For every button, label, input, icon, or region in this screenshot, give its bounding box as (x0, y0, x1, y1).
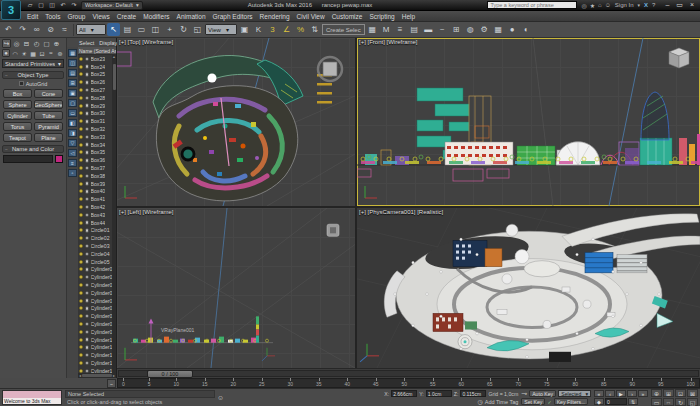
select-and-scale-icon[interactable]: ◱ (191, 23, 204, 36)
select-and-link-icon[interactable]: ∞ (30, 23, 43, 36)
visibility-bulb-icon[interactable] (79, 244, 83, 248)
create-tab-icon[interactable]: ↪ (2, 39, 11, 48)
left-viewport-canvas[interactable]: VRayPlane001 (117, 208, 355, 368)
user-icon[interactable]: ☺ (605, 2, 611, 9)
geometry-category-icon[interactable]: ● (2, 49, 10, 57)
scene-explorer-row[interactable]: Box24 (78, 63, 112, 71)
key-filters-button[interactable]: Key Filters... (554, 398, 589, 405)
visibility-bulb-icon[interactable] (79, 228, 83, 232)
current-frame-field[interactable]: 0 (605, 398, 627, 405)
explorer-select-all-icon[interactable]: ▦ (68, 49, 77, 57)
key-mode-dropdown[interactable]: Selected ▾ (558, 390, 591, 397)
material-editor-icon[interactable]: ◍ (464, 23, 477, 36)
lights-category-icon[interactable]: ☀ (20, 49, 28, 57)
scene-explorer-row[interactable]: Circle01 (78, 227, 112, 235)
curve-editor-icon[interactable]: ~ (436, 23, 449, 36)
visibility-bulb-icon[interactable] (79, 72, 83, 76)
zoom-icon[interactable]: ⊕ (651, 389, 662, 397)
scene-explorer-row[interactable]: Box23 (78, 55, 112, 63)
auto-key-button[interactable]: Auto Key (529, 390, 556, 397)
visibility-bulb-icon[interactable] (79, 275, 83, 279)
select-and-rotate-icon[interactable]: ↻ (177, 23, 190, 36)
primitive-button[interactable]: Sphere (3, 100, 32, 109)
z-coordinate-field[interactable]: 0,115cm (460, 390, 486, 397)
angle-snap-icon[interactable]: ∠ (280, 23, 293, 36)
visibility-bulb-icon[interactable] (79, 260, 83, 264)
visibility-bulb-icon[interactable] (79, 135, 83, 139)
undo-icon[interactable]: ↶ (2, 23, 15, 36)
autogrid-checkbox[interactable] (19, 81, 24, 86)
systems-category-icon[interactable]: ⊚ (56, 49, 64, 57)
visibility-bulb-icon[interactable] (79, 322, 83, 326)
viewport-top[interactable]: [+] [Top] [Wireframe] (117, 38, 355, 206)
zoom-extents-icon[interactable]: ⊡ (675, 389, 686, 397)
visibility-bulb-icon[interactable] (79, 338, 83, 342)
scene-explorer-row[interactable]: Cylinder13 (78, 359, 112, 367)
visibility-bulb-icon[interactable] (79, 174, 83, 178)
go-to-end-icon[interactable]: » (638, 390, 648, 397)
object-color-swatch[interactable] (55, 155, 63, 163)
scene-explorer-row[interactable]: Cylinder05 (78, 297, 112, 305)
edit-named-sets-icon[interactable]: ▦ (366, 23, 379, 36)
key-mode-toggle-icon[interactable]: ◆ (594, 398, 604, 405)
primitive-button[interactable]: Torus (3, 122, 32, 131)
scene-explorer-row[interactable]: Circle03 (78, 242, 112, 250)
play-icon[interactable]: ▶ (616, 390, 626, 397)
new-scene-icon[interactable]: ▱ (26, 1, 34, 9)
viewport-top-label[interactable]: [+] [Top] [Wireframe] (119, 39, 173, 45)
search-submit-icon[interactable]: ◎ (581, 2, 586, 9)
visibility-bulb-icon[interactable] (79, 306, 83, 310)
top-viewport-canvas[interactable] (117, 38, 355, 206)
spinner-snap-icon[interactable]: ⇅ (308, 23, 321, 36)
scene-explorer-row[interactable]: Box38 (78, 172, 112, 180)
previous-frame-icon[interactable]: ‹ (605, 390, 615, 397)
primitive-button[interactable]: Pyramid (34, 122, 63, 131)
visibility-bulb-icon[interactable] (79, 88, 83, 92)
viewport-front[interactable]: [+] [Front] [Wireframe] (357, 38, 700, 206)
search-input[interactable] (487, 1, 577, 9)
listener-line[interactable]: Welcome to 3ds Max (3, 398, 61, 405)
maximize-viewport-icon[interactable]: ◱ (687, 398, 698, 406)
visibility-bulb-icon[interactable] (79, 267, 83, 271)
scene-explorer-row[interactable]: Box37 (78, 164, 112, 172)
viewport-front-label[interactable]: [+] [Front] [Wireframe] (359, 39, 418, 45)
menu-item[interactable]: Civil View (297, 13, 325, 20)
zoom-all-icon[interactable]: ⊞ (663, 389, 674, 397)
menu-item[interactable]: Modifiers (143, 13, 169, 20)
bind-to-space-warp-icon[interactable]: ≈ (58, 23, 71, 36)
render-iterative-icon[interactable]: ◐ (520, 23, 533, 36)
scene-explorer-row[interactable]: Box41 (78, 195, 112, 203)
scene-explorer-row[interactable]: Cylinder06 (78, 305, 112, 313)
explorer-filter-shapes-icon[interactable]: ▭ (68, 109, 77, 117)
visibility-bulb-icon[interactable] (79, 291, 83, 295)
scene-explorer-row[interactable]: Box27 (78, 86, 112, 94)
scene-explorer-row[interactable]: Box30 (78, 110, 112, 118)
explorer-filter-helpers-icon[interactable]: ▽ (68, 139, 77, 147)
menu-item[interactable]: Customize (332, 13, 363, 20)
visibility-bulb-icon[interactable] (79, 221, 83, 225)
scene-explorer-row[interactable]: Box39 (78, 180, 112, 188)
primitive-button[interactable]: Box (3, 89, 32, 98)
explorer-pick-icon[interactable]: ▣ (68, 89, 77, 97)
scene-explorer-row[interactable]: Box31 (78, 117, 112, 125)
scene-explorer-row[interactable]: Box35 (78, 149, 112, 157)
menu-item[interactable]: Views (92, 13, 109, 20)
space-warps-category-icon[interactable]: ≈ (47, 49, 55, 57)
viewport-left-label[interactable]: [+] [Left] [Wireframe] (119, 209, 174, 215)
go-to-start-icon[interactable]: « (594, 390, 604, 397)
scene-explorer-row[interactable]: Box28 (78, 94, 112, 102)
x-coordinate-field[interactable]: 2,666cm (391, 390, 417, 397)
visibility-bulb-icon[interactable] (79, 205, 83, 209)
scene-explorer-row[interactable]: Cylinder04 (78, 289, 112, 297)
scene-explorer-row[interactable]: Box34 (78, 141, 112, 149)
explorer-vertical-scrollbar[interactable]: ▲ (112, 55, 116, 373)
explorer-select-invert-icon[interactable]: ▤ (68, 69, 77, 77)
open-file-icon[interactable]: ▢ (37, 1, 45, 9)
time-slider-thumb[interactable]: 0 / 100 (147, 370, 193, 378)
set-key-button[interactable]: Set Key (521, 398, 545, 405)
visibility-bulb-icon[interactable] (79, 96, 83, 100)
next-frame-icon[interactable]: › (627, 390, 637, 397)
visibility-bulb-icon[interactable] (79, 182, 83, 186)
render-production-icon[interactable]: ● (506, 23, 519, 36)
visibility-bulb-icon[interactable] (79, 314, 83, 318)
